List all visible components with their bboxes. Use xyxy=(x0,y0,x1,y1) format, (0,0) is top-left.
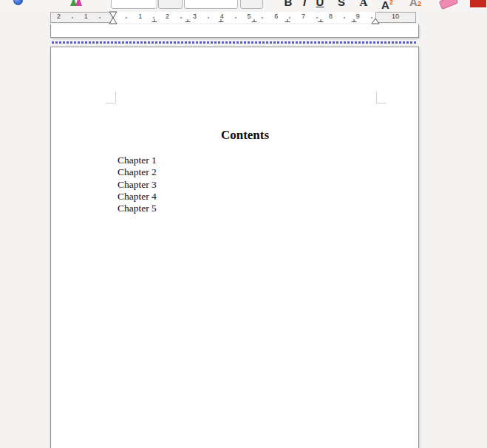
ruler-number: 7 xyxy=(302,13,305,20)
ruler-number-margin: 2 xyxy=(57,13,61,20)
default-tabstop-mark[interactable] xyxy=(319,19,324,22)
ruler-halftick xyxy=(262,17,263,18)
formatting-toolbar: B I U S A A2 A2 xyxy=(0,0,487,10)
chapter-line[interactable]: Chapter 1 xyxy=(118,155,310,166)
ruler-number-margin: 1 xyxy=(84,13,88,20)
ruler-number-margin: 10 xyxy=(392,13,399,20)
ruler-halftick xyxy=(344,17,345,18)
default-tabstop-mark[interactable] xyxy=(219,19,224,22)
ruler-number: 8 xyxy=(329,13,333,20)
ruler-halftick xyxy=(126,17,127,18)
gallery-icon-part xyxy=(75,0,82,6)
text-boundary-corner-top-left xyxy=(106,92,116,103)
chapter-line[interactable]: Chapter 2 xyxy=(118,166,310,178)
superscript-mark: 2 xyxy=(389,0,393,6)
subscript-icon[interactable]: A2 xyxy=(407,0,423,10)
chapter-list[interactable]: Chapter 1Chapter 2Chapter 3Chapter 4Chap… xyxy=(118,155,310,214)
underline-icon[interactable]: U xyxy=(313,0,327,10)
clear-formatting-icon[interactable] xyxy=(439,0,459,10)
navigator-icon[interactable] xyxy=(13,0,23,5)
chapter-line[interactable]: Chapter 4 xyxy=(118,191,310,203)
text-boundary-corner-top-right xyxy=(376,92,386,103)
ruler-halftick xyxy=(153,17,154,18)
chapter-line[interactable]: Chapter 3 xyxy=(118,179,310,191)
ruler-number: 6 xyxy=(274,13,278,20)
subscript-base: A xyxy=(409,0,418,8)
font-name-input[interactable] xyxy=(111,0,157,9)
ruler-halftick xyxy=(371,17,372,18)
font-size-input[interactable] xyxy=(184,0,238,9)
document-heading[interactable]: Contents xyxy=(114,128,376,143)
page-1-bottom[interactable] xyxy=(50,24,419,38)
ruler-halftick xyxy=(235,17,236,18)
gallery-icon[interactable] xyxy=(70,0,82,6)
italic-icon[interactable]: I xyxy=(298,0,311,10)
ruler-halftick xyxy=(316,17,318,18)
right-indent-marker[interactable] xyxy=(371,18,380,24)
superscript-icon[interactable]: A2 xyxy=(379,0,395,10)
strikethrough-icon[interactable]: S xyxy=(335,0,348,10)
ruler-row: 2112345678910 xyxy=(0,10,487,25)
default-tabstop-mark[interactable] xyxy=(252,19,257,22)
writer-window: B I U S A A2 A2 2112345678910 xyxy=(0,0,487,448)
left-indent-marker[interactable] xyxy=(109,11,118,25)
ruler-number: 1 xyxy=(138,13,142,20)
ruler-halftick xyxy=(99,17,101,18)
superscript-base: A xyxy=(381,0,389,10)
horizontal-ruler[interactable]: 2112345678910 xyxy=(50,12,416,23)
ruler-number: 3 xyxy=(193,13,197,20)
subscript-mark: 2 xyxy=(418,0,421,7)
ruler-halftick xyxy=(72,17,73,18)
chapter-line[interactable]: Chapter 5 xyxy=(118,203,310,214)
font-size-dropdown[interactable] xyxy=(240,0,263,9)
ruler-number: 2 xyxy=(166,13,169,20)
ruler-halftick xyxy=(208,17,209,18)
default-tabstop-mark[interactable] xyxy=(352,19,357,22)
ruler-halftick xyxy=(398,17,399,18)
page-break-line xyxy=(52,41,416,44)
default-tabstop-mark[interactable] xyxy=(185,19,191,22)
font-name-dropdown[interactable] xyxy=(158,0,183,9)
default-tabstop-mark[interactable] xyxy=(152,19,157,22)
page-2[interactable]: Contents Chapter 1Chapter 2Chapter 3Chap… xyxy=(50,47,419,448)
ruler-halftick xyxy=(180,17,182,18)
bold-icon[interactable]: B xyxy=(282,0,295,10)
default-tabstop-mark[interactable] xyxy=(285,19,290,22)
highlight-color-swatch[interactable] xyxy=(470,0,486,7)
ruler-number: 5 xyxy=(247,13,251,20)
font-color-icon[interactable]: A xyxy=(357,0,370,10)
ruler-halftick xyxy=(289,17,290,18)
